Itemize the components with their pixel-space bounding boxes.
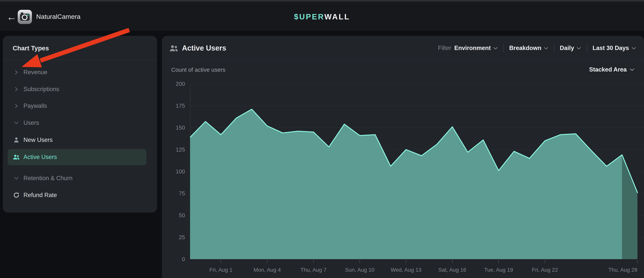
page-title: Active Users — [182, 44, 226, 52]
sidebar-item-label: Subscriptions — [24, 86, 59, 93]
sidebar-item-revenue[interactable]: Revenue — [8, 65, 146, 79]
area-fill — [190, 109, 622, 259]
y-axis-label: 75 — [158, 190, 185, 197]
x-axis-label: Fri, Aug 1 — [194, 267, 248, 273]
sidebar-item-label: Refund Rate — [24, 192, 57, 199]
x-axis-tick — [498, 260, 499, 263]
y-axis-label: 175 — [158, 103, 185, 109]
x-axis-label: Fri, Aug 22 — [518, 267, 572, 273]
sidebar-item-active-users[interactable]: Active Users — [8, 149, 146, 165]
x-axis-tick — [545, 260, 545, 263]
filter-separator — [554, 44, 554, 52]
chevron-down-icon — [576, 47, 581, 50]
sidebar-item-paywalls[interactable]: Paywalls — [8, 99, 146, 113]
sidebar-item-users[interactable]: Users — [8, 116, 146, 130]
x-axis-tick — [360, 260, 360, 263]
refresh-icon — [12, 192, 21, 199]
chevron-down-icon — [12, 176, 21, 180]
topbar: ← NaturalCamera $UPERWALL — [0, 0, 644, 31]
chevron-down-icon — [544, 47, 548, 50]
chevron-right-icon — [12, 103, 21, 109]
x-axis-label: Sun, Aug 10 — [333, 267, 387, 273]
x-axis-label: Wed, Aug 13 — [379, 267, 433, 273]
granularity-dropdown[interactable]: Daily — [560, 45, 581, 51]
sidebar-item-label: Paywalls — [24, 102, 47, 109]
date-range-value: Last 30 Days — [592, 45, 629, 51]
area-chart[interactable] — [190, 84, 644, 259]
x-axis-tick — [637, 260, 638, 263]
chart-type-value: Stacked Area — [589, 66, 627, 73]
chart-subtitle: Count of active users — [171, 66, 226, 73]
user-icon — [12, 136, 21, 143]
chart-type-dropdown[interactable]: Stacked Area — [589, 66, 635, 73]
breakdown-value: Breakdown — [509, 45, 541, 51]
x-axis-label: Thu, Aug 7 — [286, 267, 340, 273]
chevron-down-icon — [12, 121, 21, 125]
y-axis-label: 200 — [158, 81, 185, 87]
superwall-logo[interactable]: $UPERWALL — [0, 12, 644, 21]
app-window: ← NaturalCamera $UPERWALL Chart Types Re… — [0, 0, 644, 278]
sidebar-item-new-users[interactable]: New Users — [8, 133, 146, 147]
chevron-right-icon — [12, 69, 21, 75]
x-axis-tick — [221, 260, 221, 263]
date-range-dropdown[interactable]: Last 30 Days — [592, 45, 636, 51]
filter-separator — [587, 44, 587, 52]
x-axis-label: Mon, Aug 4 — [240, 267, 294, 273]
logo-teal-part: $UPER — [294, 12, 324, 21]
logo-white-part: WALL — [324, 12, 350, 21]
sidebar-item-label: Users — [24, 119, 39, 126]
sidebar-item-refund-rate[interactable]: Refund Rate — [8, 188, 146, 202]
y-axis-label: 100 — [158, 168, 185, 175]
y-axis-label: 25 — [158, 234, 185, 241]
y-axis-label: 125 — [158, 147, 185, 153]
sidebar-item-label: Active Users — [24, 154, 57, 161]
header-divider — [162, 60, 644, 60]
y-axis-label: 150 — [158, 125, 185, 131]
area-fill-partial — [622, 155, 638, 259]
sidebar-divider — [3, 60, 157, 60]
chevron-down-icon — [631, 47, 636, 50]
granularity-value: Daily — [560, 45, 574, 51]
chevron-down-icon — [630, 68, 635, 71]
environment-dropdown[interactable]: Environment — [454, 45, 498, 51]
x-axis-label: Tue, Aug 19 — [472, 267, 526, 273]
chevron-right-icon — [12, 86, 21, 92]
x-axis-label: Sat, Aug 16 — [426, 267, 479, 273]
x-axis-tick — [267, 260, 267, 263]
sidebar-item-retention-churn[interactable]: Retention & Churn — [8, 172, 146, 185]
breakdown-dropdown[interactable]: Breakdown — [509, 45, 548, 51]
filter-separator — [504, 44, 504, 52]
sidebar-item-subscriptions[interactable]: Subscriptions — [8, 82, 146, 96]
users-icon — [12, 154, 21, 161]
y-axis-label: 0 — [158, 256, 185, 263]
filter-label: Filter — [438, 45, 451, 51]
sidebar-item-label: New Users — [24, 136, 53, 143]
y-axis-label: 50 — [158, 212, 185, 219]
sidebar-item-label: Revenue — [24, 69, 47, 76]
users-icon — [169, 44, 179, 53]
filter-bar: Filter Environment Breakdown Daily Last … — [438, 43, 636, 53]
x-axis-tick — [313, 260, 314, 263]
sidebar-item-label: Retention & Churn — [24, 175, 72, 182]
x-axis-tick — [452, 260, 452, 263]
x-axis-tick — [406, 260, 406, 263]
sidebar-title: Chart Types — [13, 45, 49, 52]
x-axis-label: Thu, Aug 28 — [596, 267, 644, 273]
chevron-down-icon — [493, 47, 498, 50]
environment-value: Environment — [454, 45, 491, 51]
